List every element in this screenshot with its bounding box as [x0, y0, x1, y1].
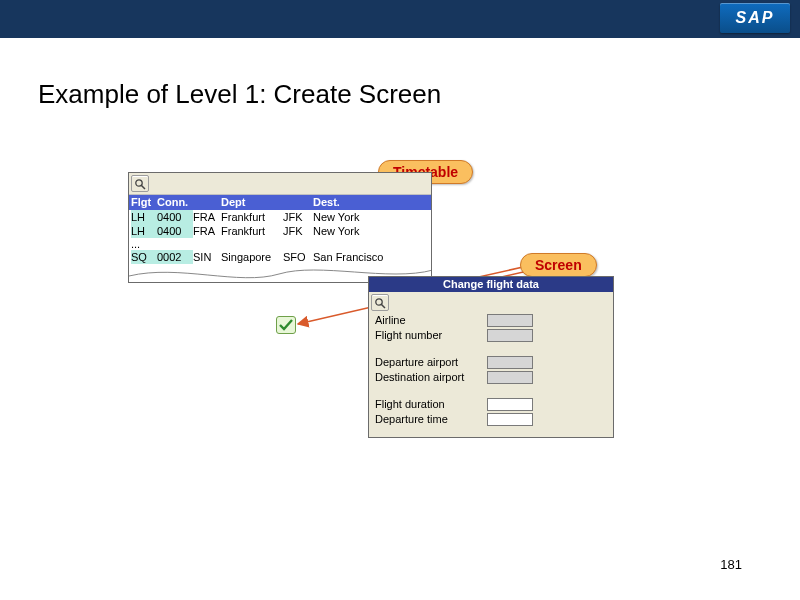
svg-line-6 — [382, 304, 386, 308]
input-departure-airport[interactable] — [487, 356, 533, 369]
label-departure-time: Departure time — [375, 412, 487, 427]
label-flight-number: Flight number — [375, 328, 487, 343]
label-airline: Airline — [375, 313, 487, 328]
input-flight-number[interactable] — [487, 329, 533, 342]
search-icon[interactable] — [131, 175, 149, 192]
callout-screen: Screen — [520, 253, 597, 277]
table-row[interactable]: SQ 0002 SIN Singapore SFO San Francisco — [129, 250, 431, 264]
label-flight-duration: Flight duration — [375, 397, 487, 412]
label-destination-airport: Destination airport — [375, 370, 487, 385]
label-departure-airport: Departure airport — [375, 355, 487, 370]
page-title: Example of Level 1: Create Screen — [38, 79, 441, 110]
search-icon[interactable] — [371, 294, 389, 311]
table-row[interactable]: LH 0400 FRA Frankfurt JFK New York — [129, 210, 431, 224]
col-dest: Dest. — [313, 195, 423, 210]
input-airline[interactable] — [487, 314, 533, 327]
timetable-header-row: Flgt Conn. Dept Dest. — [129, 195, 431, 210]
input-departure-time[interactable] — [487, 413, 533, 426]
input-flight-duration[interactable] — [487, 398, 533, 411]
timetable-window: Flgt Conn. Dept Dest. LH 0400 FRA Frankf… — [128, 172, 432, 283]
svg-line-4 — [142, 185, 146, 189]
screen-body: Airline Flight number Departure airport … — [369, 313, 613, 427]
col-conn: Conn. — [157, 195, 193, 210]
page-number: 181 — [720, 557, 742, 572]
screen-title: Change flight data — [369, 277, 613, 292]
table-row[interactable]: LH 0400 FRA Frankfurt JFK New York — [129, 224, 431, 238]
svg-point-3 — [136, 179, 142, 185]
col-dept: Dept — [221, 195, 283, 210]
screen-window: Change flight data Airline Flight number… — [368, 276, 614, 438]
table-ellipsis: ... — [129, 238, 431, 250]
svg-point-5 — [376, 298, 382, 304]
check-icon[interactable] — [276, 316, 296, 334]
input-destination-airport[interactable] — [487, 371, 533, 384]
header-bar: SAP — [0, 0, 800, 38]
timetable-toolbar — [129, 173, 431, 195]
sap-logo: SAP — [720, 3, 790, 33]
col-flgt: Flgt — [131, 195, 157, 210]
screen-toolbar — [369, 292, 613, 313]
timetable-body: LH 0400 FRA Frankfurt JFK New York LH 04… — [129, 210, 431, 282]
